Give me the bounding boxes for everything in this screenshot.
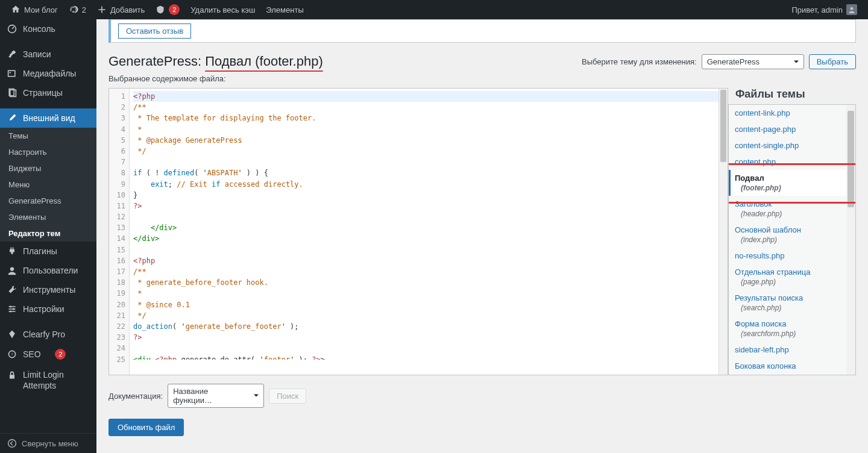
site-link[interactable]: Мои блог bbox=[6, 0, 63, 19]
security-badge: 2 bbox=[169, 4, 180, 15]
admin-bar: Мои блог 2 Добавить 2 Удалить весь кэш Э… bbox=[0, 0, 868, 19]
refresh-icon bbox=[69, 5, 78, 14]
elements-link[interactable]: Элементы bbox=[261, 0, 308, 19]
delete-cache-link[interactable]: Удалить весь кэш bbox=[186, 0, 260, 19]
svg-point-0 bbox=[851, 7, 854, 10]
avatar-icon bbox=[846, 4, 857, 15]
user-greeting[interactable]: Привет, admin bbox=[787, 0, 862, 19]
home-icon bbox=[11, 5, 20, 14]
security-link[interactable]: 2 bbox=[151, 0, 184, 19]
updates-link[interactable]: 2 bbox=[64, 0, 91, 19]
plus-icon bbox=[97, 5, 107, 14]
add-new-link[interactable]: Добавить bbox=[92, 0, 149, 19]
shield-icon bbox=[156, 5, 165, 14]
